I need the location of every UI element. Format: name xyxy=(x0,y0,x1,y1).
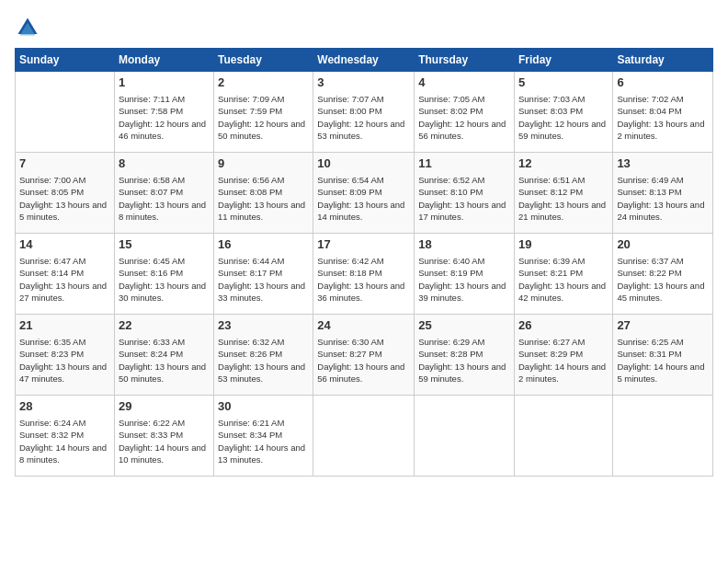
day-number: 30 xyxy=(218,398,309,415)
daylight-text: Daylight: 13 hours and 5 minutes. xyxy=(19,199,110,224)
sunrise-text: Sunrise: 6:24 AM xyxy=(19,417,110,429)
calendar-cell: 4Sunrise: 7:05 AMSunset: 8:02 PMDaylight… xyxy=(415,72,515,153)
day-number: 24 xyxy=(317,317,410,334)
sunset-text: Sunset: 8:16 PM xyxy=(119,267,210,279)
calendar-cell: 24Sunrise: 6:30 AMSunset: 8:27 PMDayligh… xyxy=(313,315,415,396)
calendar-cell: 30Sunrise: 6:21 AMSunset: 8:34 PMDayligh… xyxy=(214,396,313,477)
sunset-text: Sunset: 8:13 PM xyxy=(617,186,709,198)
daylight-text: Daylight: 13 hours and 17 minutes. xyxy=(418,199,510,224)
sunrise-text: Sunrise: 6:25 AM xyxy=(617,336,709,348)
sunrise-text: Sunrise: 6:44 AM xyxy=(218,255,309,267)
sunrise-text: Sunrise: 6:42 AM xyxy=(317,255,410,267)
daylight-text: Daylight: 13 hours and 47 minutes. xyxy=(19,361,110,385)
page-container: SundayMondayTuesdayWednesdayThursdayFrid… xyxy=(0,0,728,484)
daylight-text: Daylight: 13 hours and 56 minutes. xyxy=(317,361,410,385)
logo xyxy=(15,15,44,40)
sunset-text: Sunset: 8:07 PM xyxy=(119,186,210,198)
daylight-text: Daylight: 13 hours and 42 minutes. xyxy=(518,280,609,304)
day-number: 13 xyxy=(617,155,709,172)
sunset-text: Sunset: 8:26 PM xyxy=(218,348,309,360)
sunrise-text: Sunrise: 6:35 AM xyxy=(19,336,110,348)
sunrise-text: Sunrise: 7:09 AM xyxy=(218,93,309,105)
sunrise-text: Sunrise: 6:29 AM xyxy=(418,336,510,348)
sunrise-text: Sunrise: 6:30 AM xyxy=(317,336,410,348)
daylight-text: Daylight: 13 hours and 39 minutes. xyxy=(418,280,510,304)
daylight-text: Daylight: 13 hours and 27 minutes. xyxy=(19,280,110,304)
calendar-cell: 29Sunrise: 6:22 AMSunset: 8:33 PMDayligh… xyxy=(114,396,213,477)
sunrise-text: Sunrise: 6:54 AM xyxy=(317,174,410,186)
calendar-cell: 12Sunrise: 6:51 AMSunset: 8:12 PMDayligh… xyxy=(514,153,612,234)
sunrise-text: Sunrise: 6:58 AM xyxy=(119,174,210,186)
day-number: 18 xyxy=(418,236,510,253)
day-header-friday: Friday xyxy=(514,49,612,72)
day-number: 21 xyxy=(19,317,110,334)
day-number: 16 xyxy=(218,236,309,253)
day-number: 3 xyxy=(317,75,410,91)
calendar-cell: 26Sunrise: 6:27 AMSunset: 8:29 PMDayligh… xyxy=(514,315,612,396)
sunset-text: Sunset: 7:58 PM xyxy=(119,105,210,117)
day-number: 28 xyxy=(19,398,110,415)
sunrise-text: Sunrise: 6:22 AM xyxy=(119,417,210,429)
day-number: 7 xyxy=(19,155,110,172)
calendar-cell: 16Sunrise: 6:44 AMSunset: 8:17 PMDayligh… xyxy=(214,234,313,315)
sunrise-text: Sunrise: 7:03 AM xyxy=(518,93,609,105)
calendar-cell: 5Sunrise: 7:03 AMSunset: 8:03 PMDaylight… xyxy=(514,72,612,153)
sunrise-text: Sunrise: 6:47 AM xyxy=(19,255,110,267)
sunset-text: Sunset: 7:59 PM xyxy=(218,105,309,117)
day-number: 22 xyxy=(119,317,210,334)
calendar-cell: 19Sunrise: 6:39 AMSunset: 8:21 PMDayligh… xyxy=(514,234,612,315)
sunrise-text: Sunrise: 6:52 AM xyxy=(418,174,510,186)
daylight-text: Daylight: 13 hours and 36 minutes. xyxy=(317,280,410,304)
day-header-thursday: Thursday xyxy=(415,49,515,72)
calendar-header-row: SundayMondayTuesdayWednesdayThursdayFrid… xyxy=(16,49,713,72)
sunset-text: Sunset: 8:18 PM xyxy=(317,267,410,279)
day-number: 15 xyxy=(119,236,210,253)
sunset-text: Sunset: 8:08 PM xyxy=(218,186,309,198)
day-number: 26 xyxy=(518,317,609,334)
daylight-text: Daylight: 13 hours and 59 minutes. xyxy=(418,361,510,385)
day-number: 20 xyxy=(617,236,709,253)
calendar-week-1: 1Sunrise: 7:11 AMSunset: 7:58 PMDaylight… xyxy=(16,72,713,153)
sunrise-text: Sunrise: 6:39 AM xyxy=(518,255,609,267)
daylight-text: Daylight: 14 hours and 8 minutes. xyxy=(19,442,110,466)
sunrise-text: Sunrise: 7:00 AM xyxy=(19,174,110,186)
sunset-text: Sunset: 8:02 PM xyxy=(418,105,510,117)
day-number: 19 xyxy=(518,236,609,253)
sunset-text: Sunset: 8:19 PM xyxy=(418,267,510,279)
day-header-wednesday: Wednesday xyxy=(313,49,415,72)
sunset-text: Sunset: 8:29 PM xyxy=(518,348,609,360)
calendar-cell: 27Sunrise: 6:25 AMSunset: 8:31 PMDayligh… xyxy=(613,315,713,396)
day-number: 11 xyxy=(418,155,510,172)
calendar-cell: 20Sunrise: 6:37 AMSunset: 8:22 PMDayligh… xyxy=(613,234,713,315)
sunset-text: Sunset: 8:00 PM xyxy=(317,105,410,117)
daylight-text: Daylight: 13 hours and 2 minutes. xyxy=(617,118,709,143)
daylight-text: Daylight: 14 hours and 10 minutes. xyxy=(119,442,210,466)
daylight-text: Daylight: 13 hours and 14 minutes. xyxy=(317,199,410,224)
daylight-text: Daylight: 13 hours and 45 minutes. xyxy=(617,280,709,304)
sunrise-text: Sunrise: 7:02 AM xyxy=(617,93,709,105)
logo-icon xyxy=(15,15,40,40)
calendar-cell xyxy=(16,72,115,153)
day-number: 8 xyxy=(119,155,210,172)
sunset-text: Sunset: 8:03 PM xyxy=(518,105,609,117)
daylight-text: Daylight: 13 hours and 30 minutes. xyxy=(119,280,210,304)
calendar-cell: 14Sunrise: 6:47 AMSunset: 8:14 PMDayligh… xyxy=(16,234,115,315)
daylight-text: Daylight: 12 hours and 59 minutes. xyxy=(518,118,609,143)
sunset-text: Sunset: 8:09 PM xyxy=(317,186,410,198)
day-number: 12 xyxy=(518,155,609,172)
calendar-cell: 18Sunrise: 6:40 AMSunset: 8:19 PMDayligh… xyxy=(415,234,515,315)
daylight-text: Daylight: 12 hours and 50 minutes. xyxy=(218,118,309,143)
sunset-text: Sunset: 8:05 PM xyxy=(19,186,110,198)
day-number: 4 xyxy=(418,75,510,91)
daylight-text: Daylight: 12 hours and 46 minutes. xyxy=(119,118,210,143)
calendar-cell: 15Sunrise: 6:45 AMSunset: 8:16 PMDayligh… xyxy=(114,234,213,315)
calendar-table: SundayMondayTuesdayWednesdayThursdayFrid… xyxy=(15,48,713,477)
day-number: 25 xyxy=(418,317,510,334)
daylight-text: Daylight: 14 hours and 13 minutes. xyxy=(218,442,309,466)
calendar-cell xyxy=(313,396,415,477)
daylight-text: Daylight: 14 hours and 5 minutes. xyxy=(617,361,709,385)
sunset-text: Sunset: 8:24 PM xyxy=(119,348,210,360)
calendar-cell: 2Sunrise: 7:09 AMSunset: 7:59 PMDaylight… xyxy=(214,72,313,153)
calendar-cell: 10Sunrise: 6:54 AMSunset: 8:09 PMDayligh… xyxy=(313,153,415,234)
daylight-text: Daylight: 14 hours and 2 minutes. xyxy=(518,361,609,385)
